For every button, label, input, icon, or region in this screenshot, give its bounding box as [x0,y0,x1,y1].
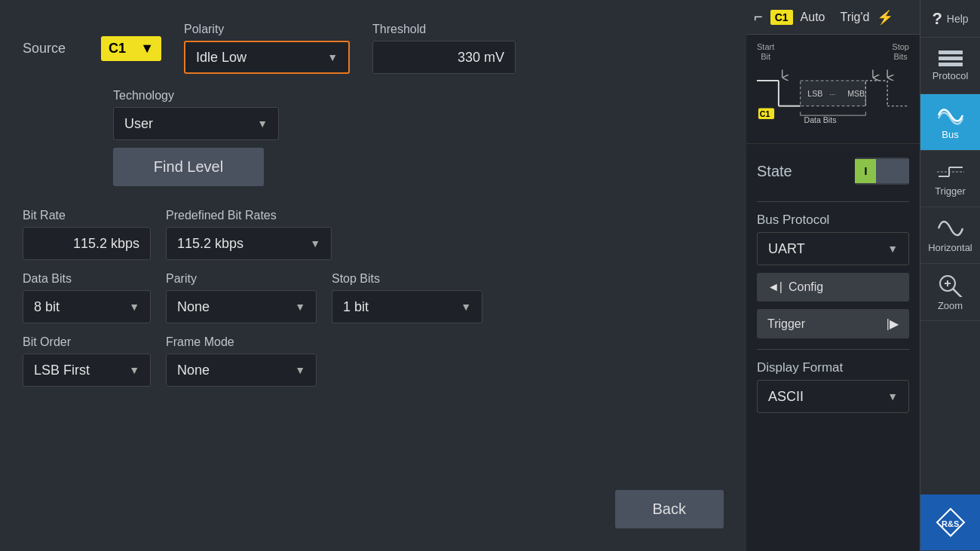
config-button[interactable]: ◄| Config [757,273,909,302]
stop-bits-chevron: ▼ [461,301,471,313]
horizontal-label: Horizontal [928,242,972,253]
toggle-off[interactable] [876,159,909,183]
predefined-bit-rates-dropdown[interactable]: 115.2 kbps ▼ [166,227,332,260]
svg-text:C1: C1 [760,109,770,118]
svg-text:LSB: LSB [807,89,822,98]
rs-logo-icon: R&S [936,507,966,537]
technology-dropdown[interactable]: User ▼ [113,107,279,140]
waveform-area: Start Bit Stop Bits LSB ··· MSB [746,35,920,144]
trigger-button[interactable]: Trigger |▶ [757,309,909,338]
display-format-dropdown[interactable]: ASCII ▼ [757,380,909,413]
predefined-bit-rates-chevron: ▼ [310,237,320,249]
stop-bits-dropdown[interactable]: 1 bit ▼ [332,290,482,323]
parity-dropdown[interactable]: None ▼ [166,290,317,323]
polarity-value: Idle Low [196,50,247,66]
bus-protocol-section: Bus Protocol UART ▼ [757,213,909,265]
bus-protocol-value: UART [768,241,805,257]
sidebar-item-zoom[interactable]: Zoom [920,264,980,321]
data-bits-label: Data Bits [23,272,151,286]
config-arrow: ◄| [767,280,782,294]
frame-mode-chevron: ▼ [295,364,305,376]
trigger-icon: |▶ [887,317,899,331]
sidebar-item-trigger[interactable]: Trigger [920,151,980,207]
parity-chevron: ▼ [295,301,305,313]
horizontal-icon [937,218,964,239]
auto-label: Auto [801,11,825,24]
find-level-button[interactable]: Find Level [113,148,264,186]
config-label: Config [789,280,823,294]
sidebar-item-protocol[interactable]: Protocol [920,38,980,94]
predefined-bit-rates-label: Predefined Bit Rates [166,209,332,222]
frame-mode-label: Frame Mode [166,335,317,349]
trigger-label: Trigger [767,317,805,331]
parity-value: None [177,299,210,315]
bit-order-value: LSB First [34,363,90,378]
scope-c1-badge: C1 [770,10,793,25]
trigger-sidebar-label: Trigger [935,185,966,197]
bus-protocol-label: Bus Protocol [757,213,909,228]
display-format-section: Display Format ASCII ▼ [757,360,909,413]
frame-mode-value: None [177,363,210,378]
data-bits-value: 8 bit [34,299,60,315]
bit-rate-value: 115.2 kbps [73,236,139,252]
bus-protocol-chevron: ▼ [887,243,898,255]
display-format-chevron: ▼ [887,390,898,403]
threshold-value-box: 330 mV [372,41,516,74]
zoom-icon [937,273,964,297]
display-format-value: ASCII [768,389,804,405]
waveform-icon: ⌐ [754,8,763,26]
sidebar-item-help[interactable]: ? Help [920,0,980,38]
polarity-label: Polarity [184,23,350,36]
scope-controls: State I Bus Protocol UART ▼ ◄| Config [746,144,920,551]
protocol-icon [939,50,963,67]
stop-bits-label: Stop Bits [892,42,909,62]
polarity-chevron: ▼ [327,51,338,63]
threshold-value: 330 mV [458,50,504,66]
technology-chevron: ▼ [257,118,268,130]
svg-text:MSB: MSB [847,89,865,98]
svg-line-25 [953,289,962,297]
help-label: Help [947,13,969,25]
stop-bits-label: Stop Bits [332,272,482,286]
svg-text:R&S: R&S [942,519,959,528]
back-button[interactable]: Back [615,490,724,528]
data-bits-chevron: ▼ [129,301,139,313]
state-label: State [757,163,792,180]
stop-bits-value: 1 bit [343,299,369,315]
bit-order-label: Bit Order [23,335,151,349]
sidebar-item-rs[interactable]: R&S [920,494,980,551]
battery-icon: ⚡ [877,9,893,26]
data-bits-dropdown[interactable]: 8 bit ▼ [23,290,151,323]
polarity-dropdown[interactable]: Idle Low ▼ [184,41,350,74]
sidebar-item-horizontal[interactable]: Horizontal [920,207,980,264]
source-label: Source [23,41,90,57]
waveform-svg: LSB ··· MSB Data Bits C1 [757,65,909,133]
technology-label: Technology [113,89,279,103]
help-icon: ? [932,9,942,29]
source-dropdown[interactable]: C1 ▼ [101,36,161,61]
frame-mode-dropdown[interactable]: None ▼ [166,354,317,387]
svg-text:Data Bits: Data Bits [804,115,837,124]
bus-protocol-dropdown[interactable]: UART ▼ [757,232,909,265]
toggle-on[interactable]: I [855,159,876,183]
trigger-icon [937,161,964,182]
source-value: C1 [109,41,126,57]
bit-rate-label: Bit Rate [23,209,151,222]
predefined-bit-rates-value: 115.2 kbps [177,236,243,252]
sidebar-item-bus[interactable]: Bus [920,94,980,151]
technology-value: User [124,116,153,132]
parity-label: Parity [166,272,317,286]
zoom-label: Zoom [938,300,963,311]
bus-label: Bus [942,129,958,140]
trigD-label: Trig'd [841,11,870,24]
state-row: State I [757,152,909,191]
threshold-label: Threshold [372,23,516,36]
bit-rate-value-box: 115.2 kbps [23,227,151,260]
display-format-label: Display Format [757,360,909,375]
source-chevron: ▼ [140,41,154,57]
state-toggle[interactable]: I [855,158,909,185]
protocol-label: Protocol [933,70,969,81]
bit-order-chevron: ▼ [129,364,139,376]
bit-order-dropdown[interactable]: LSB First ▼ [23,354,151,387]
right-sidebar: ? Help Protocol Bus [920,0,980,551]
